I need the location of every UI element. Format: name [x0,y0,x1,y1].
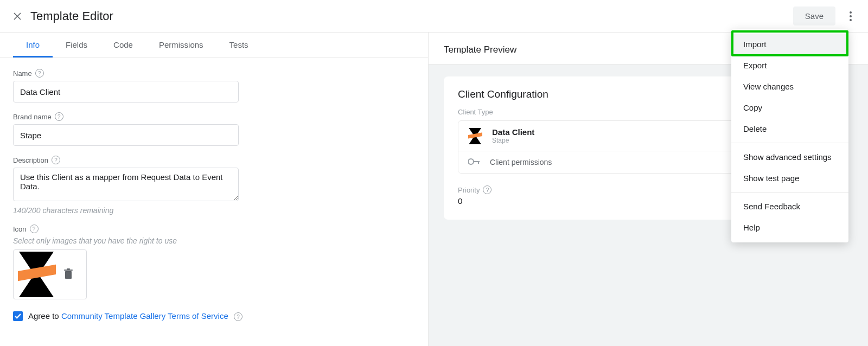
icon-label: Icon [13,225,27,233]
tos-text: Agree to [28,311,61,321]
icon-preview[interactable] [13,249,87,299]
help-icon[interactable]: ? [35,69,44,78]
kebab-icon [850,11,852,21]
svg-rect-14 [478,161,479,164]
client-name: Data Client [492,127,534,137]
save-button[interactable]: Save [793,7,835,25]
tab-info[interactable]: Info [13,33,53,57]
menu-advanced[interactable]: Show advanced settings [731,146,848,168]
tab-code[interactable]: Code [100,33,146,57]
more-menu: Import Export View changes Copy Delete S… [731,29,848,242]
more-menu-button[interactable] [840,5,861,27]
menu-divider [731,192,848,193]
help-icon[interactable]: ? [30,225,39,233]
brand-label: Brand name [13,113,52,121]
menu-divider [731,143,848,143]
svg-rect-7 [65,271,72,279]
brand-logo-icon [18,252,56,297]
brand-logo-icon [468,128,482,144]
page-title: Template Editor [30,9,113,23]
menu-feedback[interactable]: Send Feedback [731,196,848,217]
menu-help[interactable]: Help [731,217,848,238]
svg-point-12 [468,159,474,164]
svg-point-3 [850,15,852,17]
description-hint: 140/200 characters remaining [13,206,415,215]
close-icon [12,11,22,21]
menu-copy[interactable]: Copy [731,97,848,118]
svg-rect-9 [67,268,70,270]
name-input[interactable] [13,81,239,102]
tos-link[interactable]: Community Template Gallery Terms of Serv… [61,311,228,321]
menu-view-changes[interactable]: View changes [731,76,848,97]
tabs: Info Fields Code Permissions Tests [0,33,428,58]
svg-point-2 [850,11,852,14]
menu-export[interactable]: Export [731,55,848,76]
tab-tests[interactable]: Tests [216,33,261,57]
icon-hint: Select only images that you have the rig… [13,236,415,245]
priority-label: Priority [458,186,480,194]
help-icon[interactable]: ? [52,156,60,164]
tab-fields[interactable]: Fields [53,33,100,57]
description-input[interactable] [13,168,239,201]
name-label: Name [13,69,32,78]
menu-test-page[interactable]: Show test page [731,168,848,189]
help-icon[interactable]: ? [483,185,492,194]
key-icon [468,158,480,165]
client-permissions-label: Client permissions [490,158,552,166]
menu-delete[interactable]: Delete [731,118,848,139]
tab-permissions[interactable]: Permissions [146,33,216,57]
close-button[interactable] [7,5,28,27]
check-icon [15,313,21,319]
trash-icon [63,268,73,279]
topbar: Template Editor Save [0,0,868,33]
delete-icon-button[interactable] [63,268,73,281]
svg-rect-8 [64,270,73,271]
menu-import[interactable]: Import [731,34,848,55]
tos-checkbox[interactable] [13,311,23,321]
help-icon[interactable]: ? [234,312,242,321]
help-icon[interactable]: ? [55,112,63,121]
brand-input[interactable] [13,124,239,146]
description-label: Description [13,156,48,164]
client-brand: Stape [492,137,534,144]
svg-point-4 [850,19,852,21]
